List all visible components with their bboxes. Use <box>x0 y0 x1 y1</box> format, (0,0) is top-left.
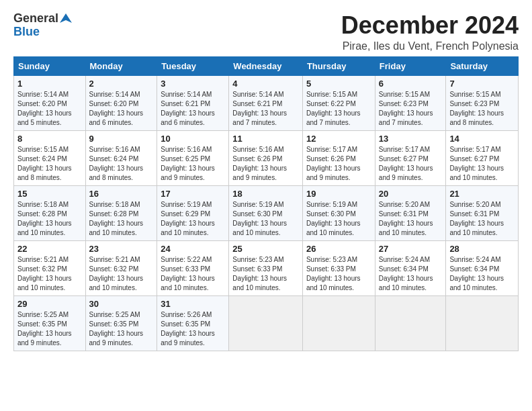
calendar-cell: 12 Sunrise: 5:17 AMSunset: 6:26 PMDaylig… <box>302 130 375 185</box>
day-number: 10 <box>161 134 225 144</box>
calendar-cell: 1 Sunrise: 5:14 AMSunset: 6:20 PMDayligh… <box>14 75 86 130</box>
col-sunday: Sunday <box>14 56 86 75</box>
day-info: Sunrise: 5:15 AMSunset: 6:24 PMDaylight:… <box>17 146 72 181</box>
day-info: Sunrise: 5:14 AMSunset: 6:20 PMDaylight:… <box>89 91 144 126</box>
day-info: Sunrise: 5:14 AMSunset: 6:20 PMDaylight:… <box>17 91 72 126</box>
day-info: Sunrise: 5:20 AMSunset: 6:31 PMDaylight:… <box>449 201 504 236</box>
calendar-cell: 25 Sunrise: 5:23 AMSunset: 6:33 PMDaylig… <box>229 240 303 295</box>
logo-bird-icon <box>60 12 72 24</box>
calendar-cell <box>446 295 519 351</box>
day-info: Sunrise: 5:25 AMSunset: 6:35 PMDaylight:… <box>17 311 72 347</box>
day-number: 14 <box>449 134 515 144</box>
calendar-cell: 28 Sunrise: 5:24 AMSunset: 6:34 PMDaylig… <box>446 240 519 295</box>
day-number: 4 <box>232 79 299 89</box>
calendar-cell: 27 Sunrise: 5:24 AMSunset: 6:34 PMDaylig… <box>375 240 446 295</box>
month-title: December 2024 <box>341 12 519 39</box>
day-info: Sunrise: 5:17 AMSunset: 6:27 PMDaylight:… <box>449 146 504 181</box>
calendar-cell <box>375 295 446 351</box>
calendar-cell: 21 Sunrise: 5:20 AMSunset: 6:31 PMDaylig… <box>446 185 519 240</box>
day-number: 2 <box>89 79 154 89</box>
day-info: Sunrise: 5:20 AMSunset: 6:31 PMDaylight:… <box>379 201 433 236</box>
day-info: Sunrise: 5:17 AMSunset: 6:27 PMDaylight:… <box>379 146 433 181</box>
calendar-cell <box>302 295 375 351</box>
day-info: Sunrise: 5:22 AMSunset: 6:33 PMDaylight:… <box>161 256 215 291</box>
day-info: Sunrise: 5:19 AMSunset: 6:30 PMDaylight:… <box>306 201 361 236</box>
day-number: 22 <box>17 244 82 254</box>
day-info: Sunrise: 5:14 AMSunset: 6:21 PMDaylight:… <box>232 91 287 126</box>
day-info: Sunrise: 5:14 AMSunset: 6:21 PMDaylight:… <box>161 91 215 126</box>
calendar-cell: 6 Sunrise: 5:15 AMSunset: 6:23 PMDayligh… <box>375 75 446 130</box>
day-number: 27 <box>379 244 443 254</box>
calendar-cell: 20 Sunrise: 5:20 AMSunset: 6:31 PMDaylig… <box>375 185 446 240</box>
day-number: 11 <box>232 134 299 144</box>
calendar-cell: 11 Sunrise: 5:16 AMSunset: 6:26 PMDaylig… <box>229 130 303 185</box>
day-info: Sunrise: 5:15 AMSunset: 6:23 PMDaylight:… <box>379 91 433 126</box>
calendar-cell: 30 Sunrise: 5:25 AMSunset: 6:35 PMDaylig… <box>85 295 157 351</box>
location-subtitle: Pirae, Iles du Vent, French Polynesia <box>341 40 519 52</box>
day-info: Sunrise: 5:15 AMSunset: 6:23 PMDaylight:… <box>449 91 504 126</box>
day-number: 3 <box>161 79 225 89</box>
col-monday: Monday <box>85 56 157 75</box>
day-info: Sunrise: 5:23 AMSunset: 6:33 PMDaylight:… <box>306 256 361 291</box>
calendar-cell: 26 Sunrise: 5:23 AMSunset: 6:33 PMDaylig… <box>302 240 375 295</box>
day-info: Sunrise: 5:21 AMSunset: 6:32 PMDaylight:… <box>89 256 144 291</box>
calendar-header-row: Sunday Monday Tuesday Wednesday Thursday… <box>14 56 519 75</box>
day-info: Sunrise: 5:23 AMSunset: 6:33 PMDaylight:… <box>232 256 287 291</box>
calendar-cell: 4 Sunrise: 5:14 AMSunset: 6:21 PMDayligh… <box>229 75 303 130</box>
day-number: 17 <box>161 189 225 199</box>
day-info: Sunrise: 5:21 AMSunset: 6:32 PMDaylight:… <box>17 256 72 291</box>
day-info: Sunrise: 5:24 AMSunset: 6:34 PMDaylight:… <box>449 256 504 291</box>
day-number: 12 <box>306 134 371 144</box>
day-number: 23 <box>89 244 154 254</box>
calendar-cell: 7 Sunrise: 5:15 AMSunset: 6:23 PMDayligh… <box>446 75 519 130</box>
calendar-cell: 19 Sunrise: 5:19 AMSunset: 6:30 PMDaylig… <box>302 185 375 240</box>
day-number: 29 <box>17 299 82 309</box>
calendar-cell: 13 Sunrise: 5:17 AMSunset: 6:27 PMDaylig… <box>375 130 446 185</box>
day-number: 20 <box>379 189 443 199</box>
day-info: Sunrise: 5:18 AMSunset: 6:28 PMDaylight:… <box>89 201 144 236</box>
col-wednesday: Wednesday <box>229 56 303 75</box>
calendar-cell: 17 Sunrise: 5:19 AMSunset: 6:29 PMDaylig… <box>157 185 229 240</box>
day-number: 13 <box>379 134 443 144</box>
day-number: 24 <box>161 244 225 254</box>
calendar-week-row: 1 Sunrise: 5:14 AMSunset: 6:20 PMDayligh… <box>14 75 519 130</box>
day-info: Sunrise: 5:24 AMSunset: 6:34 PMDaylight:… <box>379 256 433 291</box>
day-info: Sunrise: 5:25 AMSunset: 6:35 PMDaylight:… <box>89 311 144 347</box>
calendar-cell: 18 Sunrise: 5:19 AMSunset: 6:30 PMDaylig… <box>229 185 303 240</box>
calendar-cell: 24 Sunrise: 5:22 AMSunset: 6:33 PMDaylig… <box>157 240 229 295</box>
day-number: 9 <box>89 134 154 144</box>
day-info: Sunrise: 5:16 AMSunset: 6:24 PMDaylight:… <box>89 146 144 181</box>
day-number: 1 <box>17 79 82 89</box>
calendar-cell: 29 Sunrise: 5:25 AMSunset: 6:35 PMDaylig… <box>14 295 86 351</box>
title-block: December 2024 Pirae, Iles du Vent, Frenc… <box>341 12 519 52</box>
day-info: Sunrise: 5:18 AMSunset: 6:28 PMDaylight:… <box>17 201 72 236</box>
calendar-cell: 9 Sunrise: 5:16 AMSunset: 6:24 PMDayligh… <box>85 130 157 185</box>
logo: General Blue <box>13 12 72 39</box>
day-number: 26 <box>306 244 371 254</box>
day-number: 7 <box>449 79 515 89</box>
day-number: 16 <box>89 189 154 199</box>
calendar-cell: 15 Sunrise: 5:18 AMSunset: 6:28 PMDaylig… <box>14 185 86 240</box>
day-number: 25 <box>232 244 299 254</box>
calendar-cell: 22 Sunrise: 5:21 AMSunset: 6:32 PMDaylig… <box>14 240 86 295</box>
calendar-week-row: 15 Sunrise: 5:18 AMSunset: 6:28 PMDaylig… <box>14 185 519 240</box>
day-number: 6 <box>379 79 443 89</box>
day-number: 28 <box>449 244 515 254</box>
day-number: 5 <box>306 79 371 89</box>
calendar-week-row: 22 Sunrise: 5:21 AMSunset: 6:32 PMDaylig… <box>14 240 519 295</box>
calendar-table: Sunday Monday Tuesday Wednesday Thursday… <box>13 56 519 351</box>
calendar-cell: 5 Sunrise: 5:15 AMSunset: 6:22 PMDayligh… <box>302 75 375 130</box>
calendar-week-row: 29 Sunrise: 5:25 AMSunset: 6:35 PMDaylig… <box>14 295 519 351</box>
col-thursday: Thursday <box>302 56 375 75</box>
day-number: 19 <box>306 189 371 199</box>
day-number: 8 <box>17 134 82 144</box>
calendar-cell: 16 Sunrise: 5:18 AMSunset: 6:28 PMDaylig… <box>85 185 157 240</box>
day-info: Sunrise: 5:16 AMSunset: 6:25 PMDaylight:… <box>161 146 215 181</box>
day-info: Sunrise: 5:19 AMSunset: 6:29 PMDaylight:… <box>161 201 215 236</box>
day-number: 30 <box>89 299 154 309</box>
day-number: 21 <box>449 189 515 199</box>
day-info: Sunrise: 5:15 AMSunset: 6:22 PMDaylight:… <box>306 91 361 126</box>
day-info: Sunrise: 5:16 AMSunset: 6:26 PMDaylight:… <box>232 146 287 181</box>
calendar-week-row: 8 Sunrise: 5:15 AMSunset: 6:24 PMDayligh… <box>14 130 519 185</box>
calendar-cell: 31 Sunrise: 5:26 AMSunset: 6:35 PMDaylig… <box>157 295 229 351</box>
